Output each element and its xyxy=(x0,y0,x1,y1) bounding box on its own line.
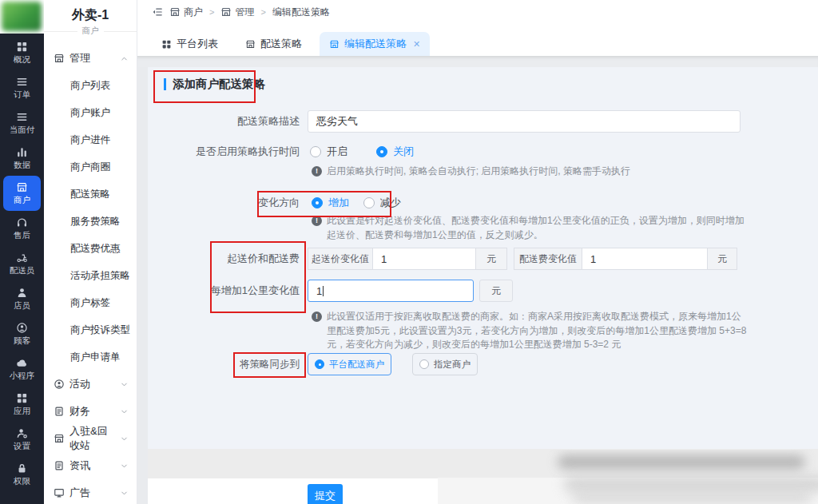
chevron-up-icon xyxy=(120,54,129,63)
sidebar: 外卖-1 商户 管理 商户列表 商户账户 商户进件 商户商圈 配送策略 服务费策… xyxy=(44,0,137,504)
blurred-watermark xyxy=(438,450,818,504)
radio-sync-specified-merchants[interactable]: 指定商户 xyxy=(412,353,478,375)
radio-icon xyxy=(310,146,321,157)
grid-icon xyxy=(161,39,172,50)
store-icon xyxy=(245,39,256,50)
field-label-enable-time: 是否启用策略执行时间 xyxy=(152,141,300,163)
rail-item-overview[interactable]: 概况 xyxy=(0,35,44,70)
breadcrumb-merchant[interactable]: 商户 xyxy=(169,6,203,19)
radio-icon xyxy=(419,359,429,369)
chevron-down-icon xyxy=(120,462,129,470)
rail-item-orders[interactable]: 订单 xyxy=(0,70,44,105)
delivery-fee-input[interactable]: 1 xyxy=(582,248,708,270)
store-icon xyxy=(220,6,232,18)
submit-button[interactable]: 提交 xyxy=(308,484,343,504)
chevron-down-icon xyxy=(120,380,129,389)
rail-item-staff[interactable]: 店员 xyxy=(0,281,44,316)
sidebar-item-merchant-list[interactable]: 商户列表 xyxy=(44,72,137,99)
app-title: 外卖-1 xyxy=(44,7,137,24)
min-price-unit: 元 xyxy=(475,248,507,270)
per-km-unit: 元 xyxy=(479,280,513,302)
sidebar-group-activity[interactable]: 活动 xyxy=(44,371,137,398)
news-icon xyxy=(54,460,65,471)
menu-fold-icon[interactable] xyxy=(152,6,163,18)
bar-chart-icon xyxy=(16,146,28,158)
rail-item-partial[interactable] xyxy=(0,492,44,504)
sidebar-item-merchant-onboarding[interactable]: 商户进件 xyxy=(44,126,137,153)
rail-item-customer[interactable]: 顾客 xyxy=(0,316,44,351)
description-input[interactable]: 恶劣天气 xyxy=(308,110,741,133)
store-icon xyxy=(16,181,28,193)
sidebar-group-news[interactable]: 资讯 xyxy=(44,452,137,479)
direction-radio-group: 增加 减少 xyxy=(312,191,401,214)
direction-help: 此设置是针对起送价变化值、配送费变化值和每增加1公里变化值的正负，设置为增加，则… xyxy=(312,214,747,242)
rail-item-aftersale[interactable]: 售后 xyxy=(0,211,44,246)
tab-bar: 平台列表 配送策略 编辑配送策略 xyxy=(137,24,818,56)
min-price-input[interactable]: 1 xyxy=(372,248,476,270)
radio-enable-on[interactable]: 开启 xyxy=(310,145,347,159)
rail-item-data[interactable]: 数据 xyxy=(0,141,44,176)
rail-item-courier[interactable]: 配送员 xyxy=(0,246,44,281)
sidebar-group-ads[interactable]: 广告 xyxy=(44,479,137,504)
store-icon xyxy=(169,6,181,18)
store-icon xyxy=(329,39,340,50)
store-icon xyxy=(54,433,65,444)
info-icon xyxy=(312,216,322,226)
sidebar-item-delivery-fee-discount[interactable]: 配送费优惠 xyxy=(44,235,137,262)
price-fee-input-group: 起送价变化值 1 元 配送费变化值 1 元 xyxy=(308,248,737,270)
sidebar-item-merchant-zone[interactable]: 商户商圈 xyxy=(44,153,137,181)
text-caret xyxy=(323,286,324,296)
grid-icon xyxy=(16,41,28,53)
app-logo xyxy=(0,0,44,34)
monitor-icon xyxy=(54,487,65,498)
person-circle-icon xyxy=(54,379,65,390)
primary-nav-rail: 概况 订单 当面付 数据 商户 售后 配送员 店员 顾客 小程序 应用 设置 权… xyxy=(0,0,44,504)
content-gutter xyxy=(137,67,148,504)
sidebar-item-service-fee-strategy[interactable]: 服务费策略 xyxy=(44,208,137,235)
radio-direction-decrease[interactable]: 减少 xyxy=(363,196,401,210)
sidebar-group-onboarding-recycle[interactable]: 入驻&回收站 xyxy=(44,425,137,452)
radio-direction-increase[interactable]: 增加 xyxy=(312,196,349,210)
sidebar-group-finance[interactable]: 财务 xyxy=(44,398,137,425)
rail-item-permissions[interactable]: 权限 xyxy=(0,457,44,492)
doc-icon xyxy=(54,406,65,417)
breadcrumb-separator xyxy=(209,7,214,17)
info-icon xyxy=(312,312,322,322)
sidebar-section-title: 商户 xyxy=(44,26,137,37)
page-title: 添加商户配送策略 xyxy=(164,77,265,92)
radio-icon xyxy=(363,197,375,208)
rail-item-merchant-active[interactable]: 商户 xyxy=(3,176,41,211)
store-icon xyxy=(54,53,65,64)
tab-delivery-strategy[interactable]: 配送策略 xyxy=(236,32,312,56)
sidebar-item-merchant-applications[interactable]: 商户申请单 xyxy=(44,343,137,371)
sidebar-item-delivery-strategy[interactable]: 配送策略 xyxy=(44,181,137,208)
rail-item-settings[interactable]: 设置 xyxy=(0,422,44,457)
breadcrumb-manage[interactable]: 管理 xyxy=(220,6,254,19)
headset-icon xyxy=(16,216,28,228)
close-icon[interactable] xyxy=(413,39,420,50)
title-accent-bar xyxy=(164,78,166,90)
enable-time-help: 启用策略执行时间, 策略会自动执行; 启用策略执行时间, 策略需手动执行 xyxy=(312,165,743,179)
per-km-help: 此设置仅适用于按距离收取配送费的商家。如：商家A采用按距离收取配送费模式，原来每… xyxy=(312,310,749,352)
per-km-input[interactable]: 1 xyxy=(308,280,474,302)
sidebar-item-merchant-account[interactable]: 商户账户 xyxy=(44,99,137,126)
sidebar-group-manage[interactable]: 管理 xyxy=(44,45,137,72)
field-label-direction: 变化方向 xyxy=(152,191,300,214)
tab-platform-list[interactable]: 平台列表 xyxy=(152,32,228,56)
rail-item-miniprogram[interactable]: 小程序 xyxy=(0,351,44,387)
sidebar-item-complaint-types[interactable]: 商户投诉类型 xyxy=(44,316,137,343)
delivery-fee-addon: 配送费变化值 xyxy=(514,248,582,270)
header-bar: 商户 管理 编辑配送策略 xyxy=(137,0,818,24)
sidebar-item-merchant-tags[interactable]: 商户标签 xyxy=(44,289,137,316)
rail-item-facepay[interactable]: 当面付 xyxy=(0,105,44,141)
sidebar-item-activity-bearing[interactable]: 活动承担策略 xyxy=(44,262,137,289)
tab-edit-delivery-strategy[interactable]: 编辑配送策略 xyxy=(320,32,430,56)
sync-radio-group: 平台配送商户 指定商户 xyxy=(308,353,478,375)
delivery-fee-unit: 元 xyxy=(707,248,737,270)
radio-sync-platform-merchants[interactable]: 平台配送商户 xyxy=(308,353,391,375)
radio-icon xyxy=(376,146,387,157)
enable-time-radio-group: 开启 关闭 xyxy=(310,141,414,163)
radio-enable-off[interactable]: 关闭 xyxy=(376,145,414,159)
per-km-row: 1 元 xyxy=(308,280,513,302)
rail-item-apps[interactable]: 应用 xyxy=(0,387,44,422)
